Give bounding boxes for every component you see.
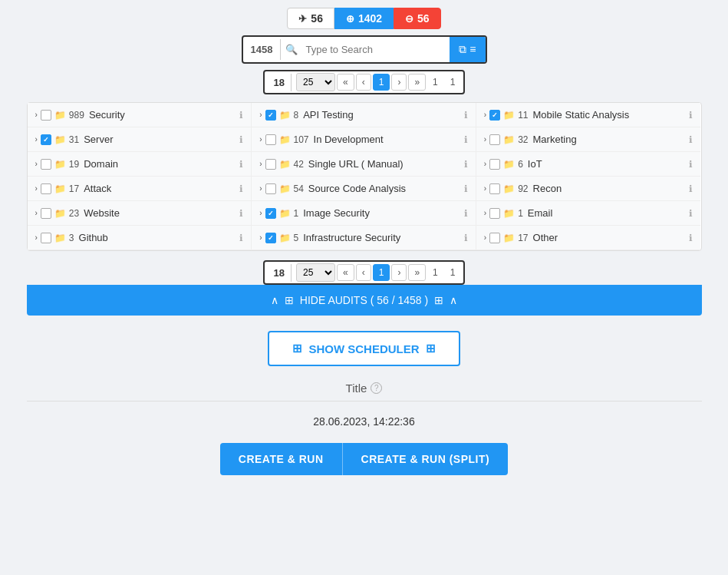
expand-arrow-github[interactable]: › (35, 233, 38, 242)
create-run-button[interactable]: CREATE & RUN (220, 443, 342, 475)
checkbox-source-code[interactable] (265, 183, 276, 194)
search-input[interactable] (302, 39, 450, 60)
expand-arrow-image-security[interactable]: › (259, 209, 262, 217)
info-icon-website[interactable]: ℹ (239, 208, 243, 219)
checkbox-single-url[interactable] (265, 159, 276, 170)
checkbox-github[interactable] (41, 233, 51, 243)
category-item-github[interactable]: ›📁3Githubℹ (28, 226, 252, 250)
expand-arrow-attack[interactable]: › (35, 184, 38, 193)
category-item-website[interactable]: ›📁23Websiteℹ (28, 201, 252, 226)
info-icon-source-code[interactable]: ℹ (464, 183, 468, 194)
category-item-api-testing[interactable]: ›📁8API Testingℹ (252, 103, 476, 127)
category-item-mobile-static[interactable]: ›📁11Mobile Static Analysisℹ (476, 103, 701, 127)
expand-arrow-website[interactable]: › (35, 209, 38, 217)
info-icon-github[interactable]: ℹ (239, 233, 243, 243)
bottom-first-page-btn[interactable]: « (337, 264, 354, 281)
bottom-last-page-btn[interactable]: » (408, 264, 426, 281)
bottom-per-page-select[interactable]: 25 50 100 (296, 263, 335, 282)
category-item-server[interactable]: ›📁31Serverℹ (28, 127, 252, 152)
info-icon-in-development[interactable]: ℹ (464, 134, 468, 145)
category-item-single-url[interactable]: ›📁42Single URL ( Manual)ℹ (252, 152, 476, 177)
category-item-domain[interactable]: ›📁19Domainℹ (28, 152, 252, 177)
category-item-email[interactable]: ›📁1Emailℹ (476, 201, 701, 226)
category-item-infra-security[interactable]: ›📁5Infrastructure Securityℹ (252, 226, 476, 250)
expand-arrow-domain[interactable]: › (35, 160, 38, 168)
collapse-icon-right: ∧ (450, 294, 457, 306)
category-item-iot[interactable]: ›📁6IoTℹ (476, 152, 701, 177)
category-item-attack[interactable]: ›📁17Attackℹ (28, 177, 252, 201)
bottom-next-page-btn[interactable]: › (391, 264, 407, 281)
top-first-page-btn[interactable]: « (337, 74, 354, 91)
checkbox-security[interactable] (41, 110, 51, 121)
cat-name-recon: Recon (533, 183, 687, 194)
expand-arrow-in-development[interactable]: › (259, 135, 262, 144)
checkbox-image-security[interactable] (265, 208, 276, 219)
top-prev-page-btn[interactable]: ‹ (356, 74, 371, 91)
info-icon-infra-security[interactable]: ℹ (464, 233, 468, 243)
top-last-page-btn[interactable]: » (408, 74, 426, 91)
checkbox-in-development[interactable] (265, 134, 276, 145)
category-item-image-security[interactable]: ›📁1Image Securityℹ (252, 201, 476, 226)
checkbox-infra-security[interactable] (265, 233, 276, 243)
filter-button[interactable]: ⧉ ≡ (450, 37, 485, 62)
expand-icon-right: ⊞ (434, 294, 443, 306)
cat-name-api-testing: API Testing (303, 109, 461, 121)
show-scheduler-button[interactable]: ⊞ SHOW SCHEDULER ⊞ (268, 331, 460, 366)
info-icon-single-url[interactable]: ℹ (464, 159, 468, 170)
top-per-page-select[interactable]: 25 50 100 (296, 73, 335, 91)
checkbox-iot[interactable] (489, 159, 500, 170)
top-page-1-btn[interactable]: 1 (373, 74, 390, 91)
info-icon-security[interactable]: ℹ (239, 110, 243, 121)
checkbox-server[interactable] (41, 134, 51, 145)
cat-name-github: Github (79, 232, 237, 243)
info-icon-email[interactable]: ℹ (689, 208, 693, 219)
expand-arrow-email[interactable]: › (484, 209, 486, 217)
top-next-page-btn[interactable]: › (391, 74, 407, 91)
bottom-last-page: 1 (445, 265, 461, 280)
expand-arrow-iot[interactable]: › (484, 160, 486, 168)
category-item-source-code[interactable]: ›📁54Source Code Analysisℹ (252, 177, 476, 201)
category-item-recon[interactable]: ›📁92Reconℹ (476, 177, 701, 201)
category-item-security[interactable]: ›📁989Securityℹ (28, 103, 252, 127)
expand-arrow-other[interactable]: › (484, 233, 486, 242)
expand-arrow-marketing[interactable]: › (484, 135, 486, 144)
checkbox-marketing[interactable] (489, 134, 500, 145)
checkbox-recon[interactable] (489, 183, 500, 194)
cat-count-mobile-static: 11 (518, 110, 528, 121)
bottom-page-1-btn[interactable]: 1 (373, 264, 390, 281)
expand-arrow-infra-security[interactable]: › (259, 233, 262, 242)
category-item-marketing[interactable]: ›📁32Marketingℹ (476, 127, 701, 152)
expand-arrow-mobile-static[interactable]: › (484, 111, 486, 119)
expand-arrow-source-code[interactable]: › (259, 184, 262, 193)
info-icon-attack[interactable]: ℹ (239, 183, 243, 194)
hide-audits-bar[interactable]: ∧ ⊞ HIDE AUDITS ( 56 / 1458 ) ⊞ ∧ (27, 285, 702, 316)
info-icon-domain[interactable]: ℹ (239, 159, 243, 170)
checkbox-domain[interactable] (41, 159, 51, 170)
checkbox-api-testing[interactable] (265, 110, 276, 121)
info-icon-server[interactable]: ℹ (239, 134, 243, 145)
expand-arrow-server[interactable]: › (35, 135, 38, 144)
info-icon-recon[interactable]: ℹ (689, 183, 693, 194)
bottom-prev-page-btn[interactable]: ‹ (356, 264, 371, 281)
expand-arrow-api-testing[interactable]: › (259, 111, 262, 119)
expand-arrow-single-url[interactable]: › (259, 160, 262, 168)
folder-icon-security: 📁 (54, 110, 66, 121)
checkbox-website[interactable] (41, 208, 51, 219)
info-icon-image-security[interactable]: ℹ (464, 208, 468, 219)
category-item-in-development[interactable]: ›📁107In Developmentℹ (252, 127, 476, 152)
category-item-other[interactable]: ›📁17Otherℹ (476, 226, 701, 250)
create-run-split-button[interactable]: CREATE & RUN (SPLIT) (342, 443, 509, 475)
info-icon-mobile-static[interactable]: ℹ (689, 110, 693, 121)
checkbox-other[interactable] (489, 233, 500, 243)
expand-arrow-security[interactable]: › (35, 111, 38, 119)
cat-name-domain: Domain (84, 158, 236, 170)
info-icon-marketing[interactable]: ℹ (689, 134, 693, 145)
checkbox-email[interactable] (489, 208, 500, 219)
checkbox-attack[interactable] (41, 183, 51, 194)
info-icon-api-testing[interactable]: ℹ (464, 110, 468, 121)
cat-name-attack: Attack (84, 183, 236, 194)
info-icon-other[interactable]: ℹ (689, 233, 693, 243)
expand-arrow-recon[interactable]: › (484, 184, 486, 193)
checkbox-mobile-static[interactable] (489, 110, 500, 121)
info-icon-iot[interactable]: ℹ (689, 159, 693, 170)
